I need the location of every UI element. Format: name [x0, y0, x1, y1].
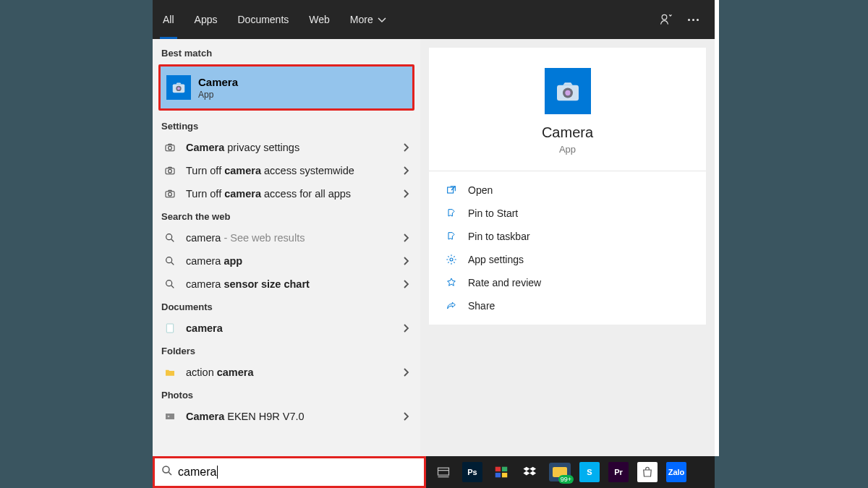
camera-outline-icon	[161, 188, 179, 200]
taskbar-dropbox[interactable]	[520, 462, 540, 482]
action-label: Pin to taskbar	[468, 231, 530, 242]
tab-documents[interactable]: Documents	[227, 0, 299, 39]
settings-item-systemwide[interactable]: Turn off camera access systemwide	[153, 159, 420, 182]
svg-point-9	[169, 192, 172, 196]
camera-icon	[171, 80, 187, 95]
feedback-icon[interactable]	[659, 12, 673, 27]
action-rate-review[interactable]: Rate and review	[445, 277, 690, 288]
svg-rect-13	[166, 324, 173, 333]
web-item-sensor-chart[interactable]: camera sensor size chart	[153, 273, 420, 296]
tab-all[interactable]: All	[153, 0, 184, 39]
svg-rect-23	[495, 467, 501, 471]
action-open[interactable]: Open	[445, 184, 690, 196]
action-app-settings[interactable]: App settings	[445, 254, 690, 265]
chevron-right-icon	[400, 232, 412, 244]
camera-outline-icon	[161, 165, 179, 176]
photo-item[interactable]: Camera EKEN H9R V7.0	[153, 405, 420, 428]
preview-actions: Open Pin to Start Pin to taskbar App set…	[429, 171, 706, 325]
chevron-right-icon	[400, 165, 412, 176]
action-pin-taskbar[interactable]: Pin to taskbar	[445, 231, 690, 242]
best-match-texts: Camera App	[198, 76, 238, 100]
svg-point-18	[565, 90, 570, 95]
folder-item-label: action camera	[186, 367, 400, 378]
web-item-label: camera - See web results	[186, 232, 400, 244]
best-match-title: Camera	[198, 76, 238, 88]
document-item[interactable]: camera	[153, 317, 420, 340]
web-item-camera-app[interactable]: camera app	[153, 249, 420, 273]
best-match-item[interactable]: Camera App	[161, 67, 412, 108]
svg-point-0	[662, 14, 667, 20]
section-folders: Folders	[153, 340, 420, 361]
settings-item-privacy[interactable]: Camera privacy settings	[153, 136, 420, 159]
taskbar-app-generic[interactable]	[491, 462, 511, 482]
tab-label: Documents	[237, 14, 289, 25]
settings-item-allapps[interactable]: Turn off camera access for all apps	[153, 182, 420, 205]
search-icon	[161, 232, 179, 244]
results-column: Best match Camera App	[153, 39, 420, 488]
tab-more[interactable]: More	[340, 0, 398, 39]
action-pin-start[interactable]: Pin to Start	[445, 207, 690, 219]
chevron-right-icon	[400, 278, 412, 290]
svg-rect-25	[495, 473, 501, 477]
preview-card: Camera App Open Pin to Start Pin to task…	[429, 48, 706, 325]
action-label: App settings	[468, 254, 524, 265]
svg-point-21	[163, 466, 169, 473]
ellipsis-icon[interactable]	[688, 19, 699, 21]
search-top-tabs: All Apps Documents Web More	[153, 0, 398, 39]
search-icon	[161, 278, 179, 290]
section-settings: Settings	[153, 115, 420, 136]
action-label: Rate and review	[468, 277, 541, 288]
svg-point-11	[166, 257, 172, 263]
preview-title: Camera	[542, 124, 593, 141]
settings-item-label: Turn off camera access systemwide	[186, 165, 400, 176]
svg-point-5	[169, 146, 172, 150]
topbar-right	[659, 12, 715, 27]
camera-app-icon	[166, 75, 191, 100]
folder-item[interactable]: action camera	[153, 361, 420, 384]
search-box[interactable]: camera	[153, 456, 426, 488]
chevron-right-icon	[400, 255, 412, 267]
svg-point-3	[177, 87, 180, 90]
photo-icon	[161, 411, 179, 422]
taskbar-mail[interactable]: 99+	[549, 463, 571, 481]
svg-point-7	[169, 169, 172, 173]
document-item-label: camera	[186, 322, 400, 334]
gear-icon	[445, 254, 458, 265]
taskbar: Ps 99+ S Pr Zalo	[426, 456, 715, 488]
taskbar-zalo[interactable]: Zalo	[666, 462, 686, 482]
pin-icon	[445, 207, 458, 219]
action-share[interactable]: Share	[445, 300, 690, 312]
search-text: camera	[178, 466, 218, 479]
taskbar-premiere[interactable]: Pr	[608, 462, 629, 482]
section-search-web: Search the web	[153, 205, 420, 226]
folder-icon	[161, 367, 179, 378]
chevron-right-icon	[400, 322, 412, 334]
camera-outline-icon	[161, 142, 179, 153]
open-icon	[445, 184, 458, 196]
svg-point-20	[450, 258, 453, 261]
taskbar-store[interactable]	[637, 462, 658, 482]
pin-icon	[445, 231, 458, 242]
window-edge-right	[715, 0, 719, 456]
settings-item-label: Turn off camera access for all apps	[186, 188, 400, 200]
section-documents: Documents	[153, 296, 420, 317]
preview-hero: Camera App	[429, 48, 706, 171]
section-best-match: Best match	[153, 42, 420, 63]
search-panel: All Apps Documents Web More Best match	[153, 0, 715, 488]
web-item-camera[interactable]: camera - See web results	[153, 226, 420, 249]
search-icon	[161, 464, 174, 480]
camera-icon	[553, 77, 582, 106]
taskbar-photoshop[interactable]: Ps	[462, 462, 482, 482]
search-topbar: All Apps Documents Web More	[153, 0, 715, 39]
best-match-subtitle: App	[198, 90, 238, 100]
svg-point-12	[166, 281, 172, 286]
action-label: Open	[468, 184, 493, 196]
task-view-icon[interactable]	[433, 462, 454, 482]
web-item-label: camera app	[186, 255, 400, 267]
tab-apps[interactable]: Apps	[184, 0, 228, 39]
tab-label: Apps	[195, 14, 218, 25]
taskbar-skype[interactable]: S	[579, 462, 600, 482]
chevron-right-icon	[400, 188, 412, 200]
action-label: Pin to Start	[468, 207, 518, 219]
tab-web[interactable]: Web	[299, 0, 340, 39]
